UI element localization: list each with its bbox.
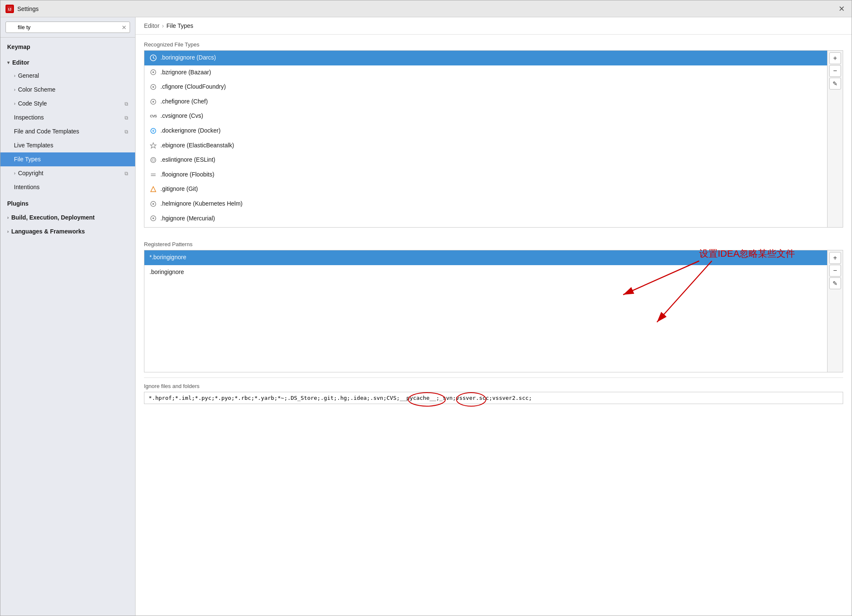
- copy-icon: ⧉: [125, 100, 128, 108]
- list-item[interactable]: .chefignore (Chef): [144, 95, 827, 109]
- search-box: 🔍 ✕: [0, 17, 135, 38]
- main-panel: Editor › File Types Recognized File Type…: [136, 17, 852, 616]
- sidebar: 🔍 ✕ Keymap ▾ Editor › General: [0, 17, 136, 616]
- list-item[interactable]: .dockerignore (Docker): [144, 124, 827, 138]
- recognized-file-types-section: Recognized File Types .boringignore (D: [144, 41, 843, 228]
- svg-marker-11: [151, 187, 156, 192]
- ignore-label: Ignore files and folders: [144, 383, 843, 389]
- close-button[interactable]: ✕: [837, 4, 847, 14]
- sidebar-item-color-scheme[interactable]: › Color Scheme: [0, 83, 135, 97]
- sidebar-item-inspections[interactable]: Inspections ⧉: [0, 111, 135, 125]
- list-item[interactable]: .helmignore (Kubernetes Helm): [144, 197, 827, 212]
- list-item[interactable]: .i* .ignore (Ignore): [144, 226, 827, 227]
- list-item[interactable]: .boringignore (Darcs): [144, 51, 827, 65]
- file-type-name: .dockerignore (Docker): [160, 127, 220, 135]
- svg-text:IJ: IJ: [8, 7, 11, 11]
- file-types-list-container: .boringignore (Darcs) .bzrignore (Bazaar…: [144, 50, 843, 228]
- list-item[interactable]: .eslintignore (ESLint): [144, 153, 827, 168]
- svg-point-6: [152, 86, 154, 88]
- ignore-section: Ignore files and folders: [144, 377, 843, 404]
- svg-point-9: [151, 157, 156, 163]
- list-item[interactable]: .hgignore (Mercurial): [144, 212, 827, 226]
- sidebar-item-label: General: [18, 71, 39, 80]
- file-type-icon: [149, 83, 157, 91]
- sidebar-item-label: Editor: [12, 58, 29, 67]
- sidebar-item-languages-frameworks[interactable]: › Languages & Frameworks: [0, 224, 135, 238]
- patterns-list: *.boringignore .boringignore: [144, 250, 827, 372]
- sidebar-item-keymap[interactable]: Keymap: [0, 39, 135, 55]
- sidebar-item-file-types[interactable]: File Types: [0, 152, 135, 166]
- sidebar-item-editor[interactable]: ▾ Editor: [0, 55, 135, 69]
- sidebar-item-code-style[interactable]: › Code Style ⧉: [0, 97, 135, 111]
- app-icon: IJ: [5, 5, 14, 13]
- list-item[interactable]: *.boringignore: [144, 250, 827, 265]
- pattern-value: .boringignore: [149, 268, 184, 277]
- sidebar-item-plugins[interactable]: Plugins: [0, 196, 135, 210]
- file-type-icon: [149, 98, 157, 106]
- file-types-side-buttons: + − ✎: [827, 51, 843, 227]
- panel-content: Recognized File Types .boringignore (D: [136, 35, 852, 616]
- search-clear-button[interactable]: ✕: [122, 24, 127, 31]
- file-type-name: .eslintignore (ESLint): [160, 156, 215, 164]
- breadcrumb-parent: Editor: [144, 22, 160, 29]
- registered-patterns-label: Registered Patterns: [144, 241, 193, 247]
- breadcrumb: Editor › File Types: [136, 17, 852, 35]
- file-type-icon: [149, 200, 157, 208]
- sidebar-item-label: Plugins: [7, 199, 29, 208]
- chevron-right-icon: ›: [14, 72, 16, 79]
- sidebar-item-live-templates[interactable]: Live Templates: [0, 138, 135, 152]
- file-types-list: .boringignore (Darcs) .bzrignore (Bazaar…: [144, 51, 827, 227]
- file-type-icon: [149, 185, 157, 193]
- title-bar: IJ Settings ✕: [0, 0, 852, 17]
- sidebar-item-file-code-templates[interactable]: File and Code Templates ⧉: [0, 125, 135, 138]
- svg-point-4: [152, 71, 154, 73]
- file-type-name: .hgignore (Mercurial): [160, 214, 215, 223]
- list-item[interactable]: CVS .cvsignore (Cvs): [144, 109, 827, 124]
- chevron-down-icon: ▾: [7, 59, 10, 66]
- chevron-right-icon: ›: [14, 100, 16, 107]
- sidebar-item-general[interactable]: › General: [0, 69, 135, 83]
- file-type-icon: [149, 214, 157, 222]
- search-input[interactable]: [5, 22, 130, 33]
- file-type-name: .ebignore (ElasticBeanstalk): [160, 141, 234, 150]
- file-type-name: .flooignore (Floobits): [160, 171, 214, 179]
- svg-point-8: [152, 101, 154, 103]
- file-type-name: .helmignore (Kubernetes Helm): [160, 200, 243, 208]
- chevron-right-icon: ›: [7, 214, 9, 221]
- sidebar-item-label: Copyright: [18, 169, 43, 178]
- file-type-icon: [149, 127, 157, 135]
- patterns-list-container: *.boringignore .boringignore + − ✎: [144, 250, 843, 372]
- list-item[interactable]: .cfignore (CloudFoundry): [144, 80, 827, 95]
- list-item[interactable]: .ebignore (ElasticBeanstalk): [144, 138, 827, 153]
- file-type-icon: [149, 141, 157, 149]
- add-pattern-button[interactable]: +: [829, 252, 841, 264]
- list-item[interactable]: .flooignore (Floobits): [144, 168, 827, 182]
- sidebar-item-label: Inspections: [14, 113, 44, 122]
- file-type-icon: [149, 54, 157, 62]
- edit-pattern-button[interactable]: ✎: [829, 277, 841, 289]
- file-type-icon: [149, 68, 157, 76]
- sidebar-item-label: Languages & Frameworks: [11, 227, 85, 236]
- sidebar-item-label: Intentions: [14, 183, 40, 192]
- list-item[interactable]: .bzrignore (Bazaar): [144, 65, 827, 80]
- remove-pattern-button[interactable]: −: [829, 265, 841, 277]
- file-type-icon: [149, 156, 157, 164]
- edit-file-type-button[interactable]: ✎: [829, 78, 841, 90]
- remove-file-type-button[interactable]: −: [829, 65, 841, 77]
- sidebar-item-label: Code Style: [18, 99, 47, 108]
- add-file-type-button[interactable]: +: [829, 52, 841, 64]
- svg-point-10: [152, 159, 155, 161]
- registered-patterns-section: Registered Patterns *.boringignore .bori…: [144, 241, 843, 372]
- settings-window: IJ Settings ✕ 🔍 ✕ Keymap: [0, 0, 852, 616]
- sidebar-item-label: File and Code Templates: [14, 127, 79, 136]
- file-type-name: .boringignore (Darcs): [160, 54, 216, 62]
- sidebar-item-build-execution[interactable]: › Build, Execution, Deployment: [0, 210, 135, 224]
- sidebar-item-copyright[interactable]: › Copyright ⧉: [0, 166, 135, 180]
- breadcrumb-current: File Types: [166, 22, 193, 29]
- list-item[interactable]: .gitignore (Git): [144, 182, 827, 197]
- sidebar-item-intentions[interactable]: Intentions: [0, 180, 135, 194]
- list-item[interactable]: .boringignore: [144, 265, 827, 280]
- window-title: Settings: [17, 5, 837, 12]
- ignore-input[interactable]: [144, 392, 843, 404]
- file-type-name: .bzrignore (Bazaar): [160, 68, 211, 77]
